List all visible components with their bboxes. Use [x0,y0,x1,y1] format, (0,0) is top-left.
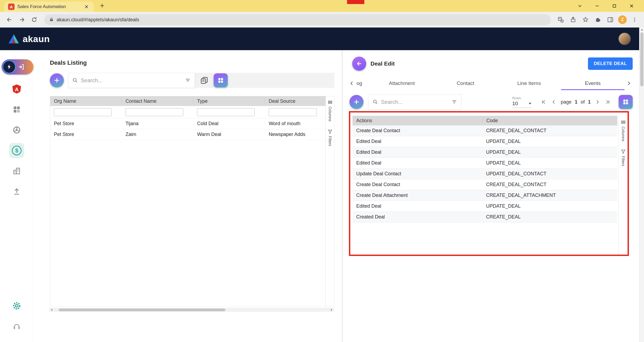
grid-view-button[interactable] [214,73,228,87]
event-row[interactable]: Update Deal Contact UPDATE_DEAL_CONTACT [352,169,617,179]
scroll-right-icon[interactable] [330,309,333,311]
tab-contact[interactable]: Contact [434,77,497,90]
tab-events[interactable]: Events [561,77,625,90]
sidebar-item-pos[interactable] [9,122,24,138]
columns-label: Columns [328,107,332,121]
last-page-icon[interactable] [604,98,611,105]
event-row[interactable]: Edited Deal UPDATE_DEAL [352,201,617,212]
dollar-icon: $ [12,146,22,155]
scrollbar-thumb[interactable] [640,32,643,86]
window-close-icon[interactable] [623,0,640,12]
tab-close-icon[interactable] [83,3,90,10]
share-icon[interactable] [567,14,579,25]
deal-contact-cell: Zaim [122,132,193,137]
filter-icon[interactable] [451,99,457,105]
event-row[interactable]: Create Deal Attachment CREATE_DEAL_ATTAC… [352,190,617,201]
browser-window: A Sales Force Automation akaun.cloud/#/a… [0,0,644,342]
sidebar-item-sales[interactable]: $ [9,143,24,158]
filter-input-type[interactable] [197,108,255,116]
add-deal-button[interactable] [50,73,64,87]
event-row[interactable]: Edited Deal UPDATE_DEAL [352,136,617,147]
scroll-left-icon[interactable] [50,309,53,311]
scroll-up-icon[interactable] [640,29,643,31]
event-code-cell: UPDATE_DEAL_CONTACT [482,171,617,177]
sidebar-item-dashboard[interactable] [9,102,24,117]
event-row[interactable]: Created Deal CREATE_DEAL [352,212,617,223]
extensions-icon[interactable] [592,14,604,25]
window-minimize-icon[interactable] [588,0,606,12]
window-scrollbar[interactable] [639,28,644,342]
tab-attachment[interactable]: Attachment [370,77,434,90]
browser-tab[interactable]: A Sales Force Automation [4,2,94,12]
tabs-scroll-right-icon[interactable] [625,78,633,89]
translate-icon[interactable] [555,14,566,25]
main-content: A $ [0,50,639,342]
upload-icon [13,187,21,196]
filter-input-org-name[interactable] [54,108,112,116]
event-row[interactable]: Create Deal Contact CREATE_DEAL_CONTACT [352,179,617,190]
refresh-icon[interactable] [29,14,40,25]
window-menu-chevron-icon[interactable] [571,0,588,12]
filter-input-contact-name[interactable] [126,108,183,116]
dashboard-icon [13,105,21,114]
deals-search-box[interactable] [68,73,195,88]
scrollbar-thumb[interactable] [59,309,225,311]
tab-line-items[interactable]: Line Items [497,77,561,90]
deal-edit-title: Deal Edit [371,60,395,67]
sidebar-item-red-applet[interactable]: A [9,81,24,97]
filter-input-deal-source[interactable] [269,108,317,116]
sidebar-item-support[interactable] [9,319,24,334]
filters-label: Filters [621,156,625,166]
event-row[interactable]: Edited Deal UPDATE_DEAL [352,158,617,169]
events-search-box[interactable] [368,94,461,110]
building-icon [12,167,21,175]
forward-icon[interactable] [16,14,27,25]
delete-deal-button[interactable]: DELETE DEAL [588,57,633,70]
kebab-menu-icon[interactable] [629,14,640,25]
bookmark-star-icon[interactable] [580,14,591,25]
back-icon[interactable] [4,14,15,25]
sidebar: A $ [0,50,34,342]
events-search-input[interactable] [381,99,449,105]
events-toolbar: Rows 10 page 1 of 1 [348,94,633,110]
filters-toggle[interactable]: Filters [621,149,625,166]
columns-toggle[interactable]: Columns [621,120,625,141]
sidebar-item-upload[interactable] [9,184,24,199]
tab-log[interactable]: og [356,77,370,90]
sidebar-login-button[interactable] [2,59,33,74]
sidebar-item-settings[interactable] [9,298,24,313]
previous-page-icon[interactable] [550,98,558,105]
deal-source-cell: Newspaper Adds [265,132,326,137]
sign-in-icon [18,63,25,70]
back-button[interactable] [352,57,366,71]
tabs-scroll-left-icon[interactable] [348,78,356,89]
deals-toolbar-strip [68,73,334,88]
user-avatar[interactable] [618,32,631,45]
filter-icon[interactable] [185,77,191,83]
side-panel-icon[interactable] [605,14,616,25]
deal-row[interactable]: Pet Store Tijana Cold Deal Word of mouth [50,118,326,129]
event-code-cell: UPDATE_DEAL [482,139,617,144]
add-event-button[interactable] [349,95,363,109]
deal-row[interactable]: Pet Store Zaim Warm Deal Newspaper Adds [50,129,326,140]
grid-view-button[interactable] [619,95,633,109]
copy-pages-icon[interactable] [200,76,208,84]
new-tab-button[interactable] [98,1,107,10]
window-maximize-icon[interactable] [606,0,623,12]
event-row[interactable]: Edited Deal UPDATE_DEAL [352,147,617,158]
next-page-icon[interactable] [594,98,601,105]
event-row[interactable]: Create Deal Contact CREATE_DEAL_CONTACT [352,125,617,136]
deals-search-input[interactable] [81,77,182,84]
events-table-header: Actions Code [352,116,617,125]
filters-toggle[interactable]: Filters [328,129,332,146]
deals-horizontal-scrollbar[interactable] [49,308,334,312]
headset-icon [12,322,21,331]
deals-side-strip: Columns Filters [326,96,334,306]
columns-toggle[interactable]: Columns [328,100,332,121]
first-page-icon[interactable] [540,98,547,105]
sidebar-item-organization[interactable] [9,163,24,179]
browser-profile-avatar[interactable]: Z [618,15,627,24]
address-bar[interactable]: akaun.cloud/#/applets/akaun/sfa/deals [44,14,551,25]
annotation-red-mark [347,0,364,4]
rows-per-page-select[interactable]: Rows 10 [512,96,533,108]
